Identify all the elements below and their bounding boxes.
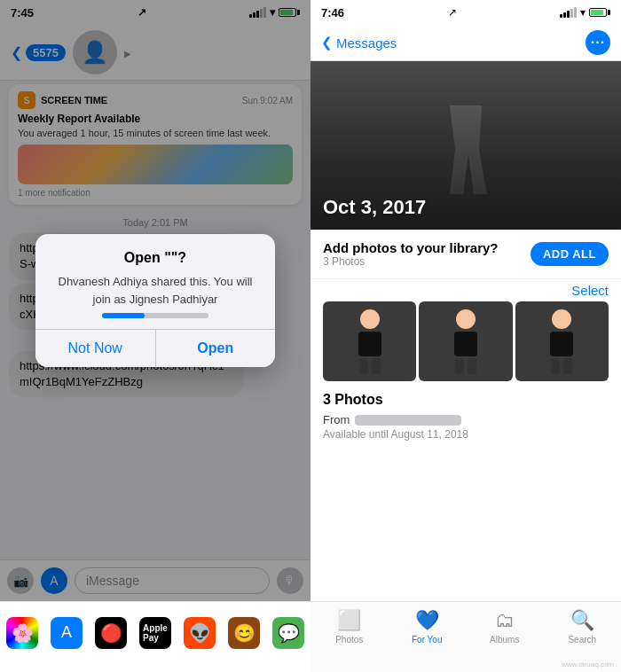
hero-date: Oct 3, 2017 <box>323 196 426 219</box>
app-store-dock-icon[interactable]: A <box>51 617 83 649</box>
photos-info-until: Available until August 11, 2018 <box>323 428 609 441</box>
tab-albums[interactable]: 🗂 Albums <box>466 609 544 645</box>
photos-app-icon[interactable]: 🌸 <box>6 617 38 649</box>
dialog-body: Dhvanesh Adhiya shared this. You will jo… <box>50 273 261 308</box>
battery-icon-right <box>589 8 610 17</box>
photos-back-button[interactable]: ❮ Messages <box>321 35 397 51</box>
dialog-progress-fill <box>102 313 145 318</box>
add-photos-info: Add photos to your library? 3 Photos <box>323 240 499 268</box>
right-arrow: ↗ <box>448 6 457 19</box>
thumb-inner-3 <box>515 301 609 381</box>
photo-thumbnails <box>310 301 621 381</box>
right-status-bar: 7:46 ↗ ▾ <box>310 0 621 25</box>
photos-nav-bar: ❮ Messages ··· <box>310 25 621 61</box>
signal-bars-right <box>560 7 577 18</box>
for-you-tab-icon: 💙 <box>415 609 439 632</box>
add-photos-count: 3 Photos <box>323 255 499 268</box>
person-silhouette <box>439 105 492 194</box>
tab-photos[interactable]: ⬜ Photos <box>310 609 389 645</box>
add-all-button[interactable]: ADD ALL <box>531 242 609 266</box>
photos-tab-label: Photos <box>335 635 363 645</box>
wifi-icon-right: ▾ <box>580 6 586 19</box>
photo-thumb-2[interactable] <box>419 301 512 381</box>
search-tab-label: Search <box>568 635 596 645</box>
chevron-left-icon-right: ❮ <box>321 35 333 51</box>
dialog-content: Open ""? Dhvanesh Adhiya shared this. Yo… <box>35 234 275 329</box>
left-panel: 7:45 ↗ ▾ ❮ 5575 👤 ▶ S SCREEN TIME Sun 9 <box>0 0 310 672</box>
apple-pay-icon[interactable]: ApplePay <box>139 617 171 649</box>
add-photos-section: Add photos to your library? 3 Photos ADD… <box>310 230 621 279</box>
thumb-inner-2 <box>419 301 512 381</box>
find-my-icon[interactable]: 🔴 <box>95 617 127 649</box>
open-button[interactable]: Open <box>156 330 276 367</box>
photos-info-from: From <box>323 413 609 426</box>
dialog-progress-bar <box>102 313 208 318</box>
photo-thumb-1[interactable] <box>323 301 416 381</box>
dialog-title: Open ""? <box>50 250 261 266</box>
dialog-overlay: Open ""? Dhvanesh Adhiya shared this. Yo… <box>0 0 310 601</box>
sender-name-blurred <box>355 415 461 426</box>
dialog-box: Open ""? Dhvanesh Adhiya shared this. Yo… <box>35 234 275 367</box>
more-button[interactable]: ··· <box>586 30 610 55</box>
hero-photo: Oct 3, 2017 <box>310 61 621 230</box>
reddit-icon[interactable]: 👽 <box>184 617 216 649</box>
thumb-inner-1 <box>323 301 416 381</box>
from-label: From <box>323 413 350 426</box>
albums-tab-label: Albums <box>490 635 519 645</box>
photos-info-section: 3 Photos From Available until August 11,… <box>310 381 621 451</box>
photos-tab-icon: ⬜ <box>337 609 361 632</box>
add-photos-title: Add photos to your library? <box>323 240 499 255</box>
bottom-app-dock: 🌸 A 🔴 ApplePay 👽 😊 💬 <box>0 601 310 672</box>
tab-for-you[interactable]: 💙 For You <box>389 609 467 645</box>
search-tab-icon: 🔍 <box>570 609 594 632</box>
right-status-icons: ▾ <box>560 6 610 19</box>
dialog-buttons: Not Now Open <box>35 329 275 367</box>
not-now-button[interactable]: Not Now <box>35 330 156 367</box>
watermark: www.deuaq.com <box>562 660 614 668</box>
albums-tab-icon: 🗂 <box>495 609 515 632</box>
select-link[interactable]: Select <box>310 279 621 301</box>
for-you-tab-label: For You <box>412 635 442 645</box>
right-panel: 7:46 ↗ ▾ ❮ Messages ··· Oct 3, 2017 Add … <box>310 0 621 672</box>
right-time: 7:46 <box>321 6 344 20</box>
photo-thumb-3[interactable] <box>515 301 609 381</box>
emoji-app-icon[interactable]: 😊 <box>228 617 260 649</box>
messages-back-label: Messages <box>336 35 397 51</box>
photos-info-title: 3 Photos <box>323 392 609 408</box>
tab-search[interactable]: 🔍 Search <box>544 609 622 645</box>
messages-app-icon[interactable]: 💬 <box>272 617 304 649</box>
